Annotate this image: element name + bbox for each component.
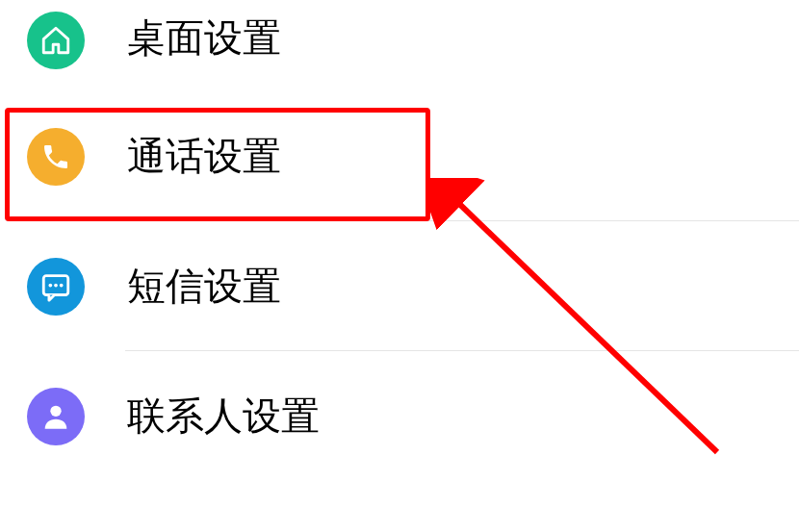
- contact-icon: [27, 388, 85, 445]
- settings-item-label: 短信设置: [127, 260, 281, 313]
- settings-item-contacts[interactable]: 联系人设置: [0, 351, 799, 481]
- settings-item-label: 桌面设置: [127, 12, 281, 64]
- sms-icon: [27, 258, 85, 316]
- svg-point-2: [54, 283, 58, 287]
- phone-icon: [27, 128, 85, 186]
- home-icon: [27, 12, 85, 69]
- settings-list: 桌面设置 通话设置 短信设置: [0, 0, 799, 481]
- settings-item-call[interactable]: 通话设置: [0, 91, 799, 221]
- svg-point-3: [60, 283, 64, 287]
- settings-item-label: 联系人设置: [127, 390, 320, 443]
- svg-point-1: [48, 283, 52, 287]
- settings-item-sms[interactable]: 短信设置: [0, 221, 799, 351]
- svg-point-4: [50, 405, 61, 416]
- settings-item-desktop[interactable]: 桌面设置: [0, 0, 799, 91]
- settings-item-label: 通话设置: [127, 130, 281, 183]
